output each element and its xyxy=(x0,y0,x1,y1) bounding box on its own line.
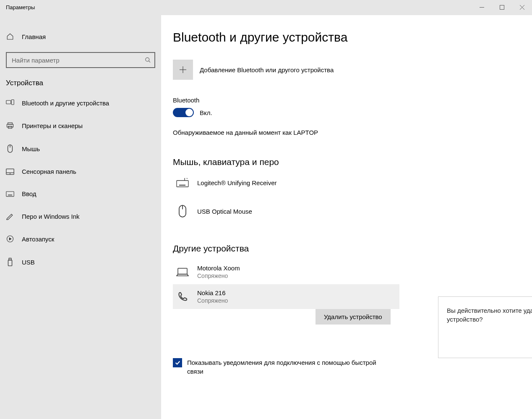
touchpad-icon xyxy=(6,168,14,175)
section-other: Другие устройства xyxy=(173,244,520,254)
device-list-other: Motorola Xoom Сопряжено Nokia 216 Сопряж… xyxy=(173,259,399,309)
sidebar-item-label: Сенсорная панель xyxy=(22,168,76,175)
sidebar-item-pen[interactable]: Перо и Windows Ink xyxy=(0,205,161,228)
svg-rect-16 xyxy=(6,191,14,196)
usb-icon xyxy=(6,258,14,266)
sidebar-item-autoplay[interactable]: Автозапуск xyxy=(0,228,161,250)
mouse-device-icon xyxy=(175,205,190,217)
device-status: Сопряжено xyxy=(197,297,228,304)
discoverable-text: Обнаруживаемое на данный момент как LAPT… xyxy=(173,129,520,136)
quick-pair-checkbox[interactable] xyxy=(173,358,182,367)
svg-marker-23 xyxy=(9,237,12,241)
sidebar-item-touchpad[interactable]: Сенсорная панель xyxy=(0,160,161,183)
device-name: USB Optical Mouse xyxy=(197,208,252,215)
quick-pair-label: Показывать уведомления для подключения с… xyxy=(187,358,380,376)
bluetooth-label: Bluetooth xyxy=(173,97,520,104)
sidebar-category: Устройства xyxy=(0,70,161,92)
svg-rect-7 xyxy=(11,100,14,105)
mouse-icon xyxy=(6,144,14,153)
device-name: Logitech® Unifying Receiver xyxy=(197,179,276,186)
devices-icon xyxy=(6,99,14,107)
add-device-row[interactable]: Добавление Bluetooth или другого устройс… xyxy=(173,60,520,80)
quick-pair-row: Показывать уведомления для подключения с… xyxy=(173,358,520,376)
sidebar-item-label: USB xyxy=(22,259,35,266)
sidebar-item-usb[interactable]: USB xyxy=(0,250,161,274)
toggle-knob xyxy=(185,109,193,116)
sidebar-home[interactable]: Главная xyxy=(0,29,161,45)
popup-text: Вы действительно хотите удалить это устр… xyxy=(447,306,532,324)
search-icon xyxy=(145,57,151,63)
bluetooth-state: Вкл. xyxy=(200,109,212,116)
svg-point-4 xyxy=(146,58,149,61)
svg-rect-6 xyxy=(6,100,11,104)
container: Главная Устройства Bluetooth и другие ус… xyxy=(0,15,532,419)
svg-line-5 xyxy=(149,61,150,63)
remove-device-button[interactable]: Удалить устройство xyxy=(316,309,391,325)
svg-rect-1 xyxy=(500,5,504,10)
device-item[interactable]: Motorola Xoom Сопряжено xyxy=(173,259,399,284)
confirm-popup: Вы действительно хотите удалить это устр… xyxy=(438,296,532,358)
bluetooth-toggle[interactable] xyxy=(173,108,194,117)
sidebar-item-label: Ввод xyxy=(22,190,37,197)
bluetooth-toggle-row: Вкл. xyxy=(173,108,520,117)
maximize-button[interactable] xyxy=(492,0,512,15)
sidebar-item-mouse[interactable]: Мышь xyxy=(0,137,161,160)
device-name: Nokia 216 xyxy=(197,289,228,296)
sidebar-item-label: Принтеры и сканеры xyxy=(22,122,83,129)
svg-rect-36 xyxy=(178,268,187,274)
device-status: Сопряжено xyxy=(197,272,240,279)
phone-icon xyxy=(175,291,190,302)
sidebar-item-label: Bluetooth и другие устройства xyxy=(22,100,109,107)
minimize-button[interactable] xyxy=(472,0,492,15)
search-wrap xyxy=(6,52,155,68)
sidebar-item-printers[interactable]: Принтеры и сканеры xyxy=(0,114,161,137)
svg-rect-25 xyxy=(8,260,12,266)
sidebar-item-typing[interactable]: Ввод xyxy=(0,183,161,205)
section-mkb: Мышь, клавиатура и перо xyxy=(173,157,520,167)
home-icon xyxy=(6,33,14,40)
device-item-selected[interactable]: Nokia 216 Сопряжено xyxy=(173,284,399,309)
svg-rect-24 xyxy=(9,258,11,260)
autoplay-icon xyxy=(6,235,14,243)
device-item[interactable]: USB Optical Mouse xyxy=(173,200,399,223)
laptop-icon xyxy=(175,267,190,277)
svg-rect-28 xyxy=(177,181,188,187)
device-item[interactable]: Logitech® Unifying Receiver xyxy=(173,173,399,192)
svg-rect-9 xyxy=(7,124,13,127)
sidebar-home-label: Главная xyxy=(22,33,46,40)
titlebar: Параметры xyxy=(0,0,532,15)
device-list-mkb: Logitech® Unifying Receiver USB Optical … xyxy=(173,173,399,223)
sidebar-item-label: Автозапуск xyxy=(22,236,54,243)
keyboard-device-icon xyxy=(175,178,190,187)
window-controls xyxy=(472,0,532,15)
sidebar: Главная Устройства Bluetooth и другие ус… xyxy=(0,15,161,419)
page-title: Bluetooth и другие устройства xyxy=(173,30,520,45)
main-content: Bluetooth и другие устройства Добавление… xyxy=(161,15,532,419)
sidebar-item-label: Мышь xyxy=(22,145,40,152)
device-name: Motorola Xoom xyxy=(197,264,240,272)
window-title: Параметры xyxy=(6,4,35,10)
sidebar-item-bluetooth[interactable]: Bluetooth и другие устройства xyxy=(0,92,161,114)
printer-icon xyxy=(6,122,14,129)
pen-icon xyxy=(6,212,14,220)
search-input[interactable] xyxy=(6,52,155,68)
plus-icon xyxy=(173,60,193,80)
keyboard-icon xyxy=(6,191,14,197)
add-device-label: Добавление Bluetooth или другого устройс… xyxy=(200,66,334,73)
sidebar-item-label: Перо и Windows Ink xyxy=(22,213,80,220)
close-button[interactable] xyxy=(512,0,532,15)
